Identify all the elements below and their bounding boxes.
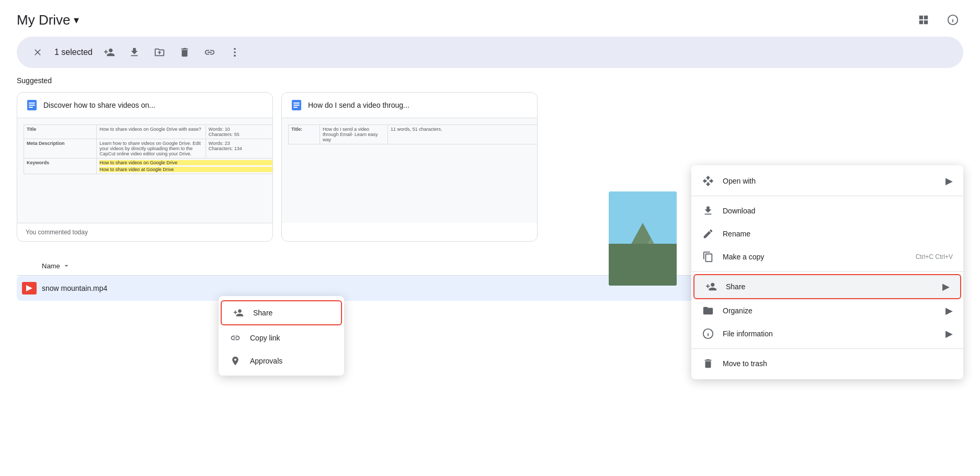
share-submenu-copy-link[interactable]: Copy link xyxy=(219,326,344,349)
move-trash-label: Move to trash xyxy=(723,359,953,368)
file-name: snow mountain.mp4 xyxy=(42,284,702,292)
download-label: Download xyxy=(723,207,953,215)
context-rename[interactable]: Rename xyxy=(691,222,963,245)
file-info-arrow: ▶ xyxy=(945,328,953,339)
context-share-icon xyxy=(705,280,717,293)
card-2-header: How do I send a video throug... xyxy=(282,93,537,118)
download-icon xyxy=(702,205,714,217)
svg-rect-12 xyxy=(293,105,300,106)
copy-link-toolbar-button[interactable] xyxy=(199,42,220,63)
context-share-label: Share xyxy=(726,282,934,291)
copy-link-icon xyxy=(229,332,242,344)
file-type-icon xyxy=(17,280,42,297)
header-left: My Drive ▾ xyxy=(17,12,79,28)
share-submenu-share[interactable]: Share xyxy=(222,301,341,324)
svg-rect-13 xyxy=(293,107,298,108)
share-submenu-share-icon xyxy=(232,307,245,319)
main-content: Suggested Discover how to share videos o… xyxy=(0,76,980,301)
card-1-title: Discover how to share videos on... xyxy=(43,101,155,109)
make-copy-icon xyxy=(702,251,714,263)
svg-rect-9 xyxy=(29,107,33,108)
doc-icon-1 xyxy=(26,99,38,111)
organize-label: Organize xyxy=(723,307,937,315)
page-title: My Drive xyxy=(17,12,71,28)
main-context-menu: Open with ▶ Download Rename xyxy=(691,165,963,379)
context-share[interactable]: Share ▶ xyxy=(694,275,960,298)
divider-1 xyxy=(691,196,963,196)
approvals-icon xyxy=(229,355,242,367)
open-with-label: Open with xyxy=(723,177,937,185)
move-toolbar-button[interactable] xyxy=(149,42,170,63)
card-2-preview: Title: How do I send a video through Ema… xyxy=(282,118,537,223)
share-submenu-share-label: Share xyxy=(253,309,331,317)
suggested-section-title: Suggested xyxy=(17,76,963,85)
context-organize[interactable]: Organize ▶ xyxy=(691,299,963,322)
copy-link-label: Copy link xyxy=(250,334,334,342)
share-submenu: Share Copy link Approvals xyxy=(219,296,344,376)
info-button[interactable] xyxy=(942,9,963,30)
context-make-copy[interactable]: Make a copy Ctrl+C Ctrl+V xyxy=(691,245,963,268)
grid-view-button[interactable] xyxy=(913,9,934,30)
context-share-arrow: ▶ xyxy=(942,281,950,292)
card-2-title: How do I send a video throug... xyxy=(308,101,409,109)
open-with-icon xyxy=(702,175,714,187)
close-selection-button[interactable] xyxy=(27,42,48,63)
organize-icon xyxy=(702,304,714,317)
file-info-icon xyxy=(702,327,714,340)
download-toolbar-button[interactable] xyxy=(124,42,145,63)
selection-toolbar: 1 selected xyxy=(17,37,963,68)
context-move-trash[interactable]: Move to trash xyxy=(691,352,963,375)
svg-point-3 xyxy=(234,48,236,50)
svg-rect-18 xyxy=(609,244,677,286)
approvals-label: Approvals xyxy=(250,357,334,365)
more-toolbar-button[interactable] xyxy=(224,42,245,63)
suggestion-card-1[interactable]: Discover how to share videos on... Title… xyxy=(17,92,273,242)
make-copy-label: Make a copy xyxy=(723,253,907,261)
make-copy-shortcut: Ctrl+C Ctrl+V xyxy=(916,253,953,260)
svg-rect-7 xyxy=(29,103,35,104)
col-name-header[interactable]: Name xyxy=(42,262,702,270)
header: My Drive ▾ xyxy=(0,0,980,37)
context-file-info[interactable]: File information ▶ xyxy=(691,322,963,345)
svg-point-4 xyxy=(234,51,236,53)
doc-icon-2 xyxy=(290,99,303,111)
card-1-footer: You commented today xyxy=(17,223,272,241)
selected-count: 1 selected xyxy=(52,48,95,57)
dropdown-icon[interactable]: ▾ xyxy=(74,14,79,26)
divider-2 xyxy=(691,271,963,272)
delete-toolbar-button[interactable] xyxy=(174,42,195,63)
context-download[interactable]: Download xyxy=(691,199,963,222)
suggestion-card-2[interactable]: How do I send a video throug... Title: H… xyxy=(281,92,538,242)
organize-arrow: ▶ xyxy=(945,305,953,316)
rename-label: Rename xyxy=(723,230,953,238)
divider-3 xyxy=(691,348,963,349)
svg-rect-8 xyxy=(29,105,35,106)
svg-point-5 xyxy=(234,55,236,57)
card-1-header: Discover how to share videos on... xyxy=(17,93,272,118)
trash-icon xyxy=(702,357,714,370)
header-icons xyxy=(913,9,963,30)
file-info-label: File information xyxy=(723,330,937,338)
context-open-with[interactable]: Open with ▶ xyxy=(691,169,963,192)
card-1-preview: Title How to share videos on Google Driv… xyxy=(17,118,272,223)
share-submenu-approvals[interactable]: Approvals xyxy=(219,349,344,372)
share-toolbar-button[interactable] xyxy=(99,42,120,63)
svg-rect-11 xyxy=(293,103,300,104)
open-with-arrow: ▶ xyxy=(945,175,953,187)
rename-icon xyxy=(702,228,714,240)
mountain-thumbnail xyxy=(609,191,677,286)
